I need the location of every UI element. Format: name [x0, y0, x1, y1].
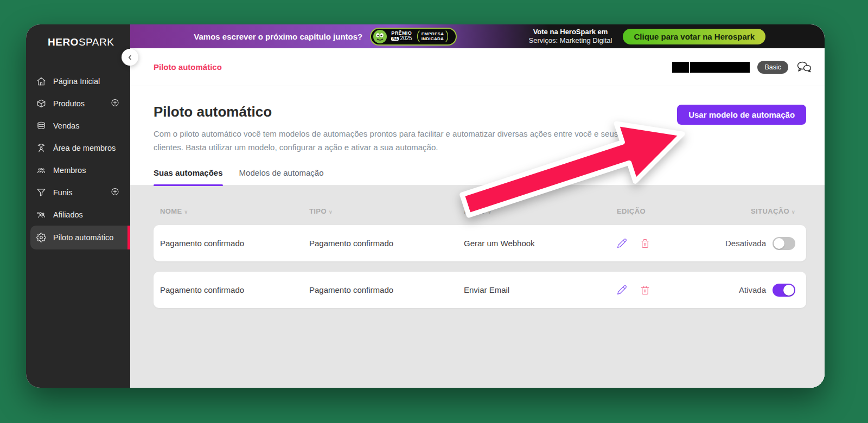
award-empresa: EMPRESAINDICADA: [416, 30, 450, 42]
tab-modelos-de-automacao[interactable]: Modelos de automação: [239, 168, 324, 185]
table-header-row: NOME∨ TIPO∨ AÇÃO∨ EDIÇÃO SITUAÇÃO∨: [154, 198, 806, 225]
box-icon: [36, 99, 46, 108]
chevron-left-icon: [126, 54, 134, 61]
chat-icon[interactable]: [796, 60, 812, 74]
add-funil-button[interactable]: [111, 187, 119, 197]
page-title: Piloto automático: [154, 104, 618, 120]
cell-edicao: [617, 285, 725, 295]
description-line1: Com o piloto automático você tem modelos…: [154, 127, 618, 140]
sidebar-item-pagina-inicial[interactable]: Página Inicial: [26, 70, 130, 92]
sidebar-item-label: Afiliados: [53, 210, 83, 219]
funnel-icon: [36, 188, 46, 197]
sidebar-item-membros[interactable]: Membros: [26, 159, 130, 181]
table-row: Pagamento confirmado Pagamento confirmad…: [154, 225, 806, 261]
logo-light: SPARK: [79, 36, 114, 48]
sort-chevron-icon: ∨: [792, 209, 795, 215]
group-icon: [36, 165, 46, 175]
status-label: Desativada: [725, 239, 766, 248]
table-row: Pagamento confirmado Pagamento confirmad…: [154, 272, 806, 308]
promo-banner: Vamos escrever o próximo capítulo juntos…: [130, 24, 825, 48]
sidebar-item-afiliados[interactable]: Afiliados: [26, 203, 130, 226]
sidebar-item-label: Funis: [53, 188, 72, 197]
vote-cta-button[interactable]: Clique para votar na Herospark: [623, 29, 765, 44]
member-badge-icon: [36, 143, 46, 153]
automations-table: NOME∨ TIPO∨ AÇÃO∨ EDIÇÃO SITUAÇÃO∨ Pagam…: [130, 185, 825, 388]
sidebar-collapse-button[interactable]: [122, 49, 138, 66]
sidebar-item-label: Vendas: [53, 121, 79, 130]
redacted-account-name: [672, 62, 689, 73]
sort-chevron-icon: ∨: [184, 209, 188, 215]
vote-line2: Serviços: Marketing Digital: [529, 36, 612, 45]
delete-button[interactable]: [640, 285, 650, 295]
edit-button[interactable]: [617, 285, 627, 295]
status-toggle[interactable]: [773, 284, 795, 297]
cell-acao: Enviar Email: [464, 285, 617, 294]
affiliates-icon: [36, 210, 46, 220]
pencil-icon: [617, 238, 627, 248]
sidebar-item-label: Piloto automático: [53, 233, 113, 242]
sidebar-item-produtos[interactable]: Produtos: [26, 92, 130, 114]
sidebar-item-piloto-automatico[interactable]: Piloto automático: [30, 226, 130, 249]
column-header-situacao[interactable]: SITUAÇÃO∨: [751, 207, 795, 215]
sidebar-item-funis[interactable]: Funis: [26, 181, 130, 203]
pencil-icon: [617, 285, 627, 295]
main-area: Vamos escrever o próximo capítulo juntos…: [130, 24, 825, 388]
award-right1: EMPRESA: [422, 31, 444, 36]
laurel-right-icon: [445, 30, 449, 42]
herospark-logo: HEROSPARK: [26, 24, 130, 48]
cell-nome: Pagamento confirmado: [160, 285, 309, 294]
tab-suas-automacoes[interactable]: Suas automações: [154, 168, 223, 185]
column-header-edicao: EDIÇÃO: [617, 207, 725, 215]
page-description: Com o piloto automático você tem modelos…: [154, 127, 618, 154]
logo-bold: HERO: [48, 36, 79, 48]
sidebar-item-label: Membros: [53, 166, 86, 175]
sort-chevron-icon: ∨: [329, 209, 333, 215]
laurel-left-icon: [416, 30, 420, 42]
trash-icon: [640, 285, 650, 295]
award-right2: INDICADA: [422, 36, 444, 41]
banner-right: Vote na HeroSpark em Serviços: Marketing…: [521, 28, 825, 46]
trash-icon: [640, 239, 650, 248]
toggle-knob: [774, 238, 784, 249]
sidebar-item-area-de-membros[interactable]: Área de membros: [26, 137, 130, 159]
cell-edicao: [617, 238, 725, 248]
coins-icon: [36, 121, 46, 131]
award-badge: PRÊMIO RA2025 EMPRESAINDICADA: [370, 28, 457, 46]
edit-button[interactable]: [617, 238, 627, 248]
toggle-knob: [783, 285, 794, 296]
award-year: 2025: [400, 36, 412, 42]
status-toggle[interactable]: [773, 237, 795, 250]
column-header-acao[interactable]: AÇÃO∨: [464, 207, 617, 215]
page-intro: Piloto automático Com o piloto automátic…: [130, 86, 825, 154]
award-ra: RA: [391, 37, 399, 41]
gear-icon: [36, 233, 46, 242]
smiley-icon: [373, 29, 387, 44]
sidebar-nav: Página Inicial Produtos Vendas Área de m…: [26, 70, 130, 249]
banner-message: Vamos escrever o próximo capítulo juntos…: [194, 32, 362, 41]
cell-situacao: Ativada: [739, 284, 795, 297]
intro-text: Piloto automático Com o piloto automátic…: [154, 104, 618, 154]
column-header-tipo[interactable]: TIPO∨: [309, 207, 464, 215]
home-icon: [36, 76, 46, 86]
tabs: Suas automações Modelos de automação: [130, 154, 825, 185]
award-premio: PRÊMIO RA2025: [391, 31, 412, 42]
sidebar-item-label: Produtos: [53, 99, 85, 108]
cell-tipo: Pagamento confirmado: [309, 285, 464, 294]
cell-situacao: Desativada: [725, 237, 795, 250]
use-automation-template-button[interactable]: Usar modelo de automação: [677, 105, 806, 125]
sidebar-item-vendas[interactable]: Vendas: [26, 114, 130, 137]
sort-chevron-icon: ∨: [488, 209, 492, 215]
add-produto-button[interactable]: [111, 98, 119, 108]
cell-acao: Gerar um Webhook: [464, 239, 617, 248]
column-header-nome[interactable]: NOME∨: [160, 207, 309, 215]
plan-badge: Basic: [757, 61, 788, 74]
redacted-account-name: [690, 62, 750, 73]
vote-line1: Vote na HeroSpark em: [529, 28, 612, 36]
delete-button[interactable]: [640, 239, 650, 248]
header-right: Basic: [672, 60, 812, 74]
sidebar-item-label: Área de membros: [53, 144, 116, 152]
plus-circle-icon: [111, 187, 119, 196]
breadcrumb[interactable]: Piloto automático: [154, 62, 222, 72]
sidebar: HEROSPARK Página Inicial Produtos Vendas…: [26, 24, 130, 388]
plus-circle-icon: [111, 98, 119, 107]
